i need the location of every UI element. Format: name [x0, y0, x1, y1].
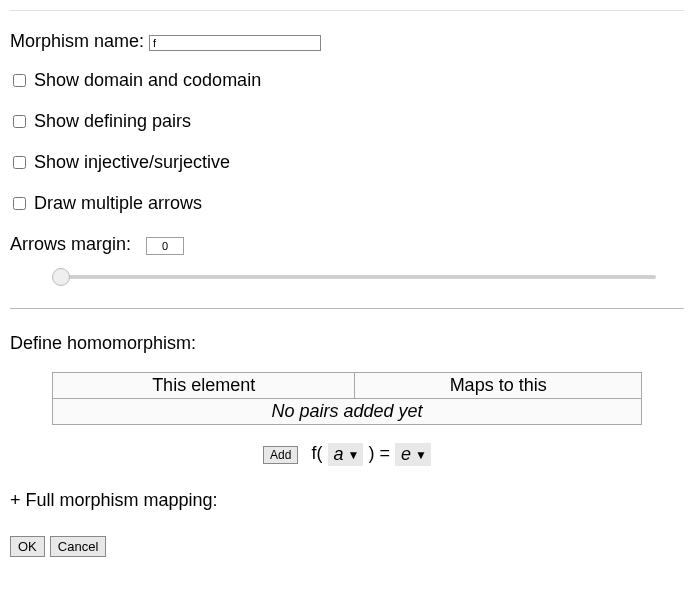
full-mapping-toggle[interactable]: + Full morphism mapping: [10, 490, 684, 511]
arg-selected-value: a [334, 444, 344, 465]
show-defining-pairs-label: Show defining pairs [34, 111, 191, 132]
arrows-margin-slider[interactable] [52, 275, 656, 279]
lparen: ( [317, 443, 323, 463]
morphism-name-input[interactable] [149, 35, 321, 51]
show-domain-codomain-label: Show domain and codomain [34, 70, 261, 91]
divider [10, 308, 684, 309]
show-injective-surjective-label: Show injective/surjective [34, 152, 230, 173]
val-select[interactable]: e ▼ [395, 443, 431, 466]
chevron-down-icon: ▼ [348, 448, 360, 462]
rparen: ) [368, 443, 374, 463]
show-injective-surjective-checkbox[interactable] [13, 156, 26, 169]
pairs-col-this-element: This element [53, 373, 355, 399]
pairs-table: This element Maps to this No pairs added… [52, 372, 642, 425]
pairs-empty-message: No pairs added yet [53, 399, 642, 425]
morphism-name-label: Morphism name: [10, 31, 144, 52]
ok-button[interactable]: OK [10, 536, 45, 557]
cancel-button[interactable]: Cancel [50, 536, 106, 557]
arrows-margin-label: Arrows margin: [10, 234, 131, 254]
define-homomorphism-heading: Define homomorphism: [10, 333, 684, 354]
val-selected-value: e [401, 444, 411, 465]
pairs-col-maps-to: Maps to this [355, 373, 642, 399]
show-domain-codomain-checkbox[interactable] [13, 74, 26, 87]
show-defining-pairs-checkbox[interactable] [13, 115, 26, 128]
equals: = [379, 443, 390, 463]
chevron-down-icon: ▼ [415, 448, 427, 462]
arg-select[interactable]: a ▼ [328, 443, 364, 466]
arrows-margin-input[interactable] [146, 237, 184, 255]
draw-multiple-arrows-checkbox[interactable] [13, 197, 26, 210]
add-pair-button[interactable]: Add [263, 446, 298, 464]
draw-multiple-arrows-label: Draw multiple arrows [34, 193, 202, 214]
